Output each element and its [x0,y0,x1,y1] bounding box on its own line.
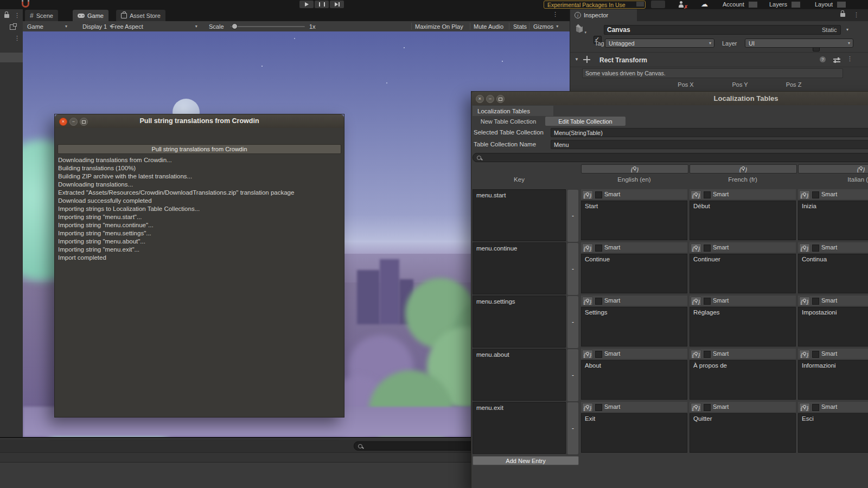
smart-checkbox[interactable] [595,404,602,411]
collapsed-panel-band[interactable] [0,53,23,62]
scale-slider-knob[interactable] [232,23,238,29]
gizmos-dropdown[interactable]: Gizmos▾ [533,21,558,31]
layout-dropdown[interactable]: Layout [815,1,846,8]
metadata-button[interactable] [582,350,593,359]
metadata-button[interactable] [691,350,701,359]
column-settings-button-fr[interactable] [690,164,797,174]
metadata-button[interactable] [799,403,810,412]
step-button[interactable] [330,1,344,8]
add-new-entry-button[interactable]: Add New Entry [473,456,579,465]
translation-textarea[interactable]: Continuer [690,254,796,293]
selected-collection-field[interactable]: Menu(StringTable) [551,128,868,137]
cloud-services-button[interactable]: ☁ [701,1,708,8]
tab-localization-tables[interactable]: Localization Tables [473,106,553,116]
tab-scene[interactable]: # Scene [25,10,58,21]
smart-checkbox[interactable] [812,298,819,305]
static-dropdown-icon[interactable]: ▾ [846,27,848,32]
tab-inspector[interactable]: i Inspector [570,9,637,21]
column-header-french[interactable]: French (fr) [690,176,796,183]
layer-dropdown[interactable]: UI▾ [745,38,853,48]
tab-new-table-collection[interactable]: New Table Collection [473,117,544,126]
experimental-packages-badge[interactable]: Experimental Packages In Use [544,1,646,9]
smart-checkbox[interactable] [595,351,602,358]
mute-audio-button[interactable]: Mute Audio [474,21,503,31]
translation-textarea[interactable]: À propos de [690,360,796,400]
key-cell[interactable]: menu.exit [473,402,566,454]
smart-checkbox[interactable] [812,351,819,358]
metadata-button[interactable] [582,297,593,306]
loc-window-titlebar[interactable]: Localization Tables [471,92,868,105]
remove-entry-button[interactable]: - [567,349,579,402]
translation-textarea[interactable]: Continue [581,254,687,293]
lock-icon[interactable] [4,14,9,18]
key-cell[interactable]: menu.about [473,349,566,401]
smart-checkbox[interactable] [812,404,819,411]
account-dropdown[interactable]: Account [723,1,757,8]
panel-menu-icon-2[interactable]: ⋮ [14,35,20,41]
pull-translations-button[interactable]: Pull string translations from Crowdin [58,144,341,154]
metadata-button[interactable] [582,243,593,253]
play-button[interactable] [299,1,314,8]
metadata-button[interactable] [799,297,810,306]
tab-game[interactable]: Game [73,10,108,21]
smart-checkbox[interactable] [595,245,602,252]
translation-textarea[interactable]: Esci [798,413,868,453]
pause-button[interactable] [315,1,329,8]
toolbar-misc-button[interactable] [651,1,665,8]
component-menu-icon[interactable]: ⋮ [847,56,853,61]
smart-checkbox[interactable] [595,191,602,198]
aspect-dropdown[interactable]: Free Aspect▾ [111,21,197,31]
smart-checkbox[interactable] [704,298,711,305]
metadata-button[interactable] [691,243,701,253]
smart-checkbox[interactable] [595,298,602,305]
translation-textarea[interactable]: Settings [581,307,687,346]
column-header-italian[interactable]: Italian (it) [798,176,868,183]
metadata-button[interactable] [582,403,593,412]
render-target-dropdown[interactable]: Game▾ [27,21,67,31]
tag-dropdown[interactable]: Untagged▾ [605,38,714,48]
snap-magnet-icon[interactable] [22,2,29,8]
stats-button[interactable]: Stats [513,21,527,31]
foldout-arrow-icon[interactable]: ▼ [575,57,579,62]
translation-textarea[interactable]: Début [690,201,796,240]
inspector-menu-icon[interactable]: ⋮ [853,12,859,17]
smart-checkbox[interactable] [704,351,711,358]
key-cell[interactable]: menu.settings [473,296,566,348]
maximize-on-play-button[interactable]: Maximize On Play [415,21,463,31]
remove-entry-button[interactable]: - [567,242,579,296]
translation-textarea[interactable]: Quitter [690,413,796,453]
remove-entry-button[interactable]: - [567,189,579,242]
key-cell[interactable]: menu.start [473,189,566,241]
object-name-field[interactable]: Canvas [604,25,841,35]
translation-textarea[interactable]: Réglages [690,307,796,346]
tab-edit-table-collection[interactable]: Edit Table Collection [545,117,626,126]
help-icon[interactable]: ? [820,56,826,62]
rect-transform-header[interactable]: ▼ Rect Transform ? ⋮ [570,53,868,67]
translation-textarea[interactable]: Inizia [798,201,868,240]
column-header-english[interactable]: English (en) [581,176,687,183]
smart-checkbox[interactable] [704,404,711,411]
metadata-button[interactable] [691,403,701,412]
layers-dropdown[interactable]: Layers [769,1,800,8]
dialog-titlebar[interactable]: Pull string translations from Crowdin [55,114,344,128]
column-settings-button-en[interactable] [581,164,688,174]
translation-textarea[interactable]: About [581,360,687,400]
key-column-header[interactable]: Key [473,176,566,183]
metadata-button[interactable] [582,190,593,200]
column-settings-button-it[interactable] [798,164,868,174]
translation-textarea[interactable]: Exit [581,413,687,453]
translation-textarea[interactable]: Impostazioni [798,307,868,346]
smart-checkbox[interactable] [812,191,819,198]
metadata-button[interactable] [799,190,810,200]
smart-checkbox[interactable] [812,245,819,252]
panel-menu-icon[interactable]: ⋮ [14,12,20,18]
metadata-button[interactable] [691,297,701,306]
inspector-lock-icon[interactable] [840,13,845,17]
smart-checkbox[interactable] [704,245,711,252]
gameobject-cube-icon[interactable]: ▾ [575,24,584,34]
remove-entry-button[interactable]: - [567,402,579,455]
key-cell[interactable]: menu.continue [473,242,566,294]
collection-name-field[interactable]: Menu [551,140,868,149]
table-search-input[interactable] [473,153,868,162]
scale-slider-track[interactable] [231,26,305,27]
